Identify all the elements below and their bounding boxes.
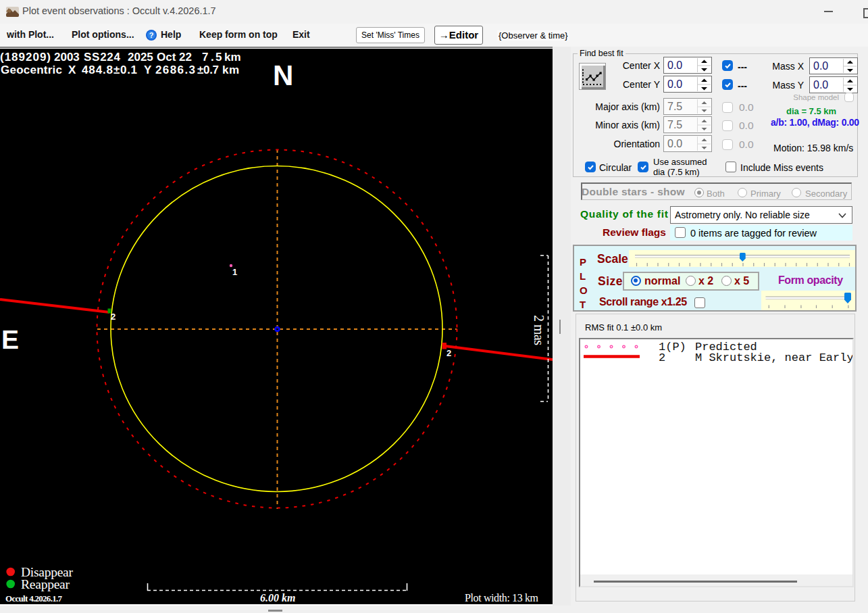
- svg-text:SS224: SS224: [84, 51, 121, 64]
- svg-text:Occult 4.2026.1.7: Occult 4.2026.1.7: [5, 593, 63, 604]
- svg-text:km: km: [224, 51, 241, 64]
- svg-text:(189209): (189209): [0, 51, 51, 64]
- svg-text:?: ?: [149, 31, 154, 39]
- svg-text:22: 22: [179, 51, 192, 64]
- svg-text:2 mas: 2 mas: [532, 315, 546, 345]
- svg-text:M Skrutskie, near Early: M Skrutskie, near Early: [695, 351, 852, 364]
- svg-text:6.00 km: 6.00 km: [260, 592, 295, 604]
- svg-text:7: 7: [202, 51, 208, 64]
- svg-text:.: .: [211, 51, 214, 64]
- svg-text:km: km: [222, 64, 239, 76]
- svg-text:±0.1: ±0.1: [113, 64, 137, 76]
- svg-text:Geocentric: Geocentric: [1, 64, 62, 76]
- svg-text:±0.7: ±0.7: [197, 64, 219, 76]
- svg-text:2: 2: [659, 351, 665, 364]
- svg-text:2686.3: 2686.3: [155, 64, 195, 76]
- svg-text:5: 5: [215, 51, 222, 64]
- svg-text:2: 2: [111, 312, 116, 322]
- svg-text:2003: 2003: [54, 51, 80, 64]
- svg-text:X: X: [68, 64, 76, 76]
- svg-text:Plot width: 13 km: Plot width: 13 km: [465, 592, 539, 604]
- svg-text:1: 1: [232, 267, 237, 277]
- svg-text:Oct: Oct: [157, 51, 176, 64]
- svg-text:2: 2: [446, 348, 451, 358]
- svg-text:E: E: [1, 325, 19, 354]
- svg-text:N: N: [273, 59, 293, 91]
- svg-text:Reappear: Reappear: [21, 577, 70, 591]
- svg-text:2025: 2025: [128, 51, 153, 64]
- svg-text:Y: Y: [144, 64, 152, 76]
- svg-text:484.8: 484.8: [82, 64, 113, 76]
